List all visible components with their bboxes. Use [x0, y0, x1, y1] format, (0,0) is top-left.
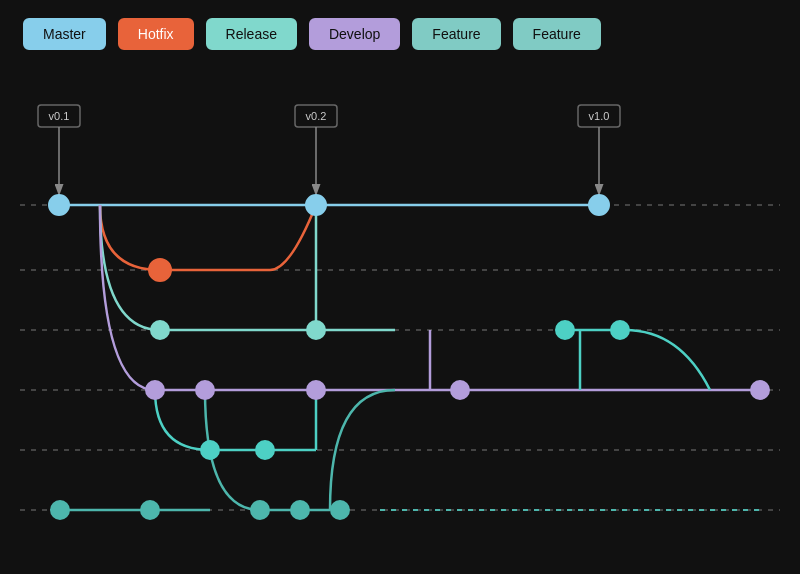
svg-point-39	[141, 501, 159, 519]
svg-point-21	[306, 195, 326, 215]
legend-feature1: Feature	[412, 18, 500, 50]
svg-point-37	[291, 501, 309, 519]
svg-text:v0.2: v0.2	[306, 110, 327, 122]
legend-feature2: Feature	[513, 18, 601, 50]
legend-release: Release	[206, 18, 297, 50]
svg-text:v1.0: v1.0	[589, 110, 610, 122]
svg-point-34	[256, 441, 274, 459]
svg-point-36	[251, 501, 269, 519]
legend-hotfix: Hotfix	[118, 18, 194, 50]
svg-point-35	[51, 501, 69, 519]
svg-point-30	[307, 381, 325, 399]
legend: Master Hotfix Release Develop Feature Fe…	[8, 8, 616, 60]
svg-point-31	[451, 381, 469, 399]
svg-point-33	[201, 441, 219, 459]
svg-point-25	[307, 321, 325, 339]
svg-point-20	[49, 195, 69, 215]
legend-develop: Develop	[309, 18, 400, 50]
svg-point-23	[149, 259, 171, 281]
git-diagram: v0.1 v0.2 v1.0	[0, 75, 800, 574]
legend-master: Master	[23, 18, 106, 50]
svg-point-28	[146, 381, 164, 399]
svg-point-26	[556, 321, 574, 339]
svg-point-29	[196, 381, 214, 399]
svg-point-24	[151, 321, 169, 339]
svg-point-38	[331, 501, 349, 519]
svg-text:v0.1: v0.1	[49, 110, 70, 122]
svg-point-22	[589, 195, 609, 215]
svg-point-32	[751, 381, 769, 399]
svg-point-27	[611, 321, 629, 339]
